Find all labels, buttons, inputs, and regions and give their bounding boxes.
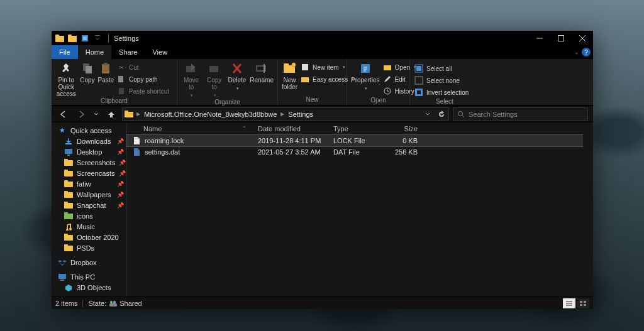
search-box[interactable]: Search Settings	[453, 107, 588, 121]
svg-rect-69	[580, 304, 582, 306]
copy-to-button[interactable]: Copy to▾	[204, 60, 224, 99]
up-button[interactable]	[104, 107, 118, 121]
folder-icon	[64, 201, 73, 210]
sidebar-dropbox[interactable]: Dropbox	[52, 257, 126, 268]
svg-rect-33	[415, 77, 423, 84]
column-name[interactable]: Name⌃	[127, 125, 253, 133]
copy-button[interactable]: Copy	[79, 60, 95, 84]
status-bar: 2 items State: Shared	[52, 296, 593, 309]
paste-icon	[99, 62, 113, 75]
sidebar-item[interactable]: Music	[52, 221, 126, 232]
pin-icon	[59, 62, 73, 75]
svg-rect-29	[384, 65, 391, 70]
forward-button[interactable]	[74, 107, 88, 121]
sidebar-item[interactable]: icons	[52, 210, 126, 221]
separator	[108, 34, 109, 43]
sidebar-item[interactable]: Wallpapers📌	[52, 189, 126, 200]
window-title: Settings	[111, 35, 139, 42]
view-large-icons-button[interactable]	[577, 298, 589, 308]
sidebar-item[interactable]: Desktop📌	[52, 146, 126, 157]
svg-rect-35	[417, 90, 421, 94]
column-headers: Name⌃ Date modified Type Size	[127, 122, 583, 135]
svg-rect-63	[109, 303, 117, 307]
column-type[interactable]: Type	[328, 125, 379, 133]
chevron-right-icon[interactable]: ▶	[279, 111, 286, 117]
move-to-button[interactable]: Move to▾	[181, 60, 201, 99]
search-placeholder: Search Settings	[469, 111, 518, 118]
sort-indicator-icon: ⌃	[242, 126, 247, 131]
navigation-pane[interactable]: ★Quick access Downloads📌Desktop📌Screensh…	[52, 122, 127, 296]
sidebar-quick-access[interactable]: ★Quick access	[52, 125, 126, 136]
tab-view[interactable]: View	[145, 45, 175, 59]
address-bar[interactable]: ▶ Microsoft.Office.OneNote_8wekyb3d8bbwe…	[122, 107, 449, 121]
quick-access-toolbar	[52, 33, 106, 44]
breadcrumb-current[interactable]: Settings	[286, 111, 316, 118]
back-button[interactable]	[57, 107, 70, 121]
sidebar-item[interactable]: Screencasts📌	[52, 168, 126, 178]
svg-rect-42	[67, 155, 70, 156]
rename-button[interactable]: Rename	[250, 60, 274, 84]
desktop-icon	[64, 148, 73, 156]
breadcrumb-parent[interactable]: Microsoft.Office.OneNote_8wekyb3d8bbwe	[142, 111, 279, 118]
svg-rect-60	[60, 279, 64, 281]
sidebar-item[interactable]: October 2020	[52, 232, 126, 242]
select-none-button[interactable]: Select none	[414, 75, 472, 86]
svg-rect-1	[55, 35, 59, 37]
tab-share[interactable]: Share	[111, 45, 145, 59]
folder-icon	[64, 244, 73, 252]
address-dropdown-button[interactable]	[421, 107, 435, 121]
svg-rect-8	[558, 35, 564, 41]
select-all-button[interactable]: Select all	[414, 63, 472, 74]
move-to-icon	[184, 62, 198, 75]
search-icon	[453, 111, 469, 118]
tab-home[interactable]: Home	[78, 45, 111, 59]
minimize-button[interactable]	[529, 31, 550, 45]
properties-button[interactable]: Properties▾	[351, 60, 380, 92]
status-state-value: Shared	[119, 300, 142, 307]
svg-rect-59	[58, 274, 66, 279]
delete-button[interactable]: Delete▾	[227, 60, 247, 92]
history-icon	[382, 86, 392, 96]
group-label: Open	[347, 97, 409, 105]
sidebar-item[interactable]: Downloads📌	[52, 136, 126, 146]
3d-objects-icon	[64, 283, 73, 292]
svg-line-39	[462, 116, 464, 117]
svg-rect-6	[95, 35, 100, 36]
sidebar-this-pc[interactable]: This PC	[52, 271, 126, 282]
file-row[interactable]: roaming.lock2019-11-28 4:11 PMLOCK File0…	[127, 135, 583, 146]
svg-rect-12	[86, 66, 92, 73]
sidebar-item[interactable]: PSDs	[52, 242, 126, 253]
file-row[interactable]: settings.dat2021-05-27 3:52 AMDAT File25…	[127, 146, 583, 158]
pin-to-quick-access-button[interactable]: Pin to Quick access	[55, 60, 77, 97]
sidebar-3d-objects[interactable]: 3D Objects	[52, 282, 126, 293]
delete-icon	[230, 62, 244, 75]
paste-shortcut-button[interactable]: Paste shortcut	[116, 85, 173, 97]
paste-button[interactable]: Paste	[98, 60, 114, 84]
easy-access-icon	[300, 74, 310, 84]
view-details-button[interactable]	[563, 298, 575, 308]
refresh-button[interactable]	[435, 107, 448, 121]
copy-path-button[interactable]: Copy path	[116, 73, 173, 85]
maximize-button[interactable]	[550, 31, 572, 45]
chevron-down-icon[interactable]: ⌄	[574, 49, 579, 55]
pin-icon: 📌	[119, 170, 126, 176]
qat-dropdown-icon[interactable]	[92, 33, 103, 44]
music-icon	[64, 222, 73, 231]
help-icon[interactable]: ?	[582, 48, 591, 57]
sidebar-item[interactable]: Snapchat📌	[52, 200, 126, 210]
pin-icon: 📌	[117, 138, 124, 144]
column-date[interactable]: Date modified	[253, 125, 328, 133]
properties-icon[interactable]	[79, 33, 91, 44]
invert-selection-button[interactable]: Invert selection	[414, 87, 472, 98]
title-bar[interactable]: Settings	[52, 31, 593, 45]
tab-file[interactable]: File	[52, 45, 78, 59]
new-folder-button[interactable]: New folder	[282, 60, 297, 90]
column-size[interactable]: Size	[379, 125, 425, 133]
svg-rect-40	[65, 143, 72, 144]
cut-button[interactable]: ✂Cut	[116, 62, 173, 73]
sidebar-item[interactable]: fatiw📌	[52, 178, 126, 189]
close-button[interactable]	[572, 31, 593, 45]
chevron-right-icon[interactable]: ▶	[135, 111, 142, 117]
recent-locations-button[interactable]	[92, 107, 101, 121]
sidebar-item[interactable]: Screenshots📌	[52, 157, 126, 168]
